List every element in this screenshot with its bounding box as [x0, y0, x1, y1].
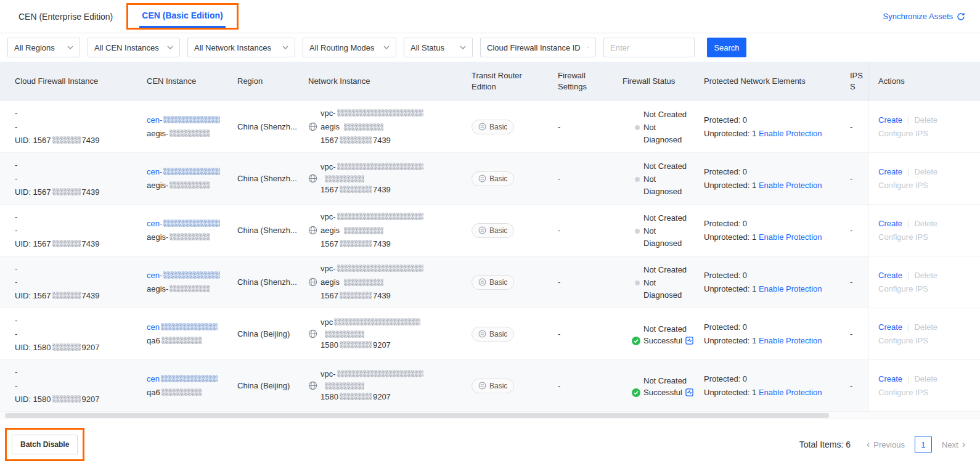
enable-protection-link[interactable]: Enable Protection: [759, 181, 822, 190]
cell-firewall-status: Not Created Not Diagnosed Not Diagnosed: [616, 256, 696, 308]
configure-ips-action[interactable]: Configure IPS: [878, 232, 928, 242]
redacted-text: [340, 393, 372, 400]
cell-protected-network-elements: Protected: 0 Unprotected: 1 Enable Prote…: [696, 101, 841, 152]
tab-cen-basic[interactable]: CEN (Basic Edition): [139, 10, 225, 28]
cen-instance-name: aegis-: [147, 179, 227, 192]
cfw-uid: UID: 15677439: [15, 134, 134, 147]
cell-transit-router-edition: Basic: [465, 256, 555, 308]
diagnosis-report-icon[interactable]: [685, 388, 693, 396]
total-items: Total Items: 6: [799, 440, 851, 449]
diagnosis-report-icon[interactable]: [685, 337, 693, 345]
previous-page-button[interactable]: ‹ Previous: [867, 440, 905, 449]
delete-action[interactable]: Delete: [914, 374, 937, 383]
synchronize-assets-label: Synchronize Assets: [883, 12, 953, 21]
create-action[interactable]: Create: [878, 219, 902, 228]
dropdown-label: All Network Instances: [194, 43, 271, 52]
horizontal-scrollbar[interactable]: [0, 412, 980, 419]
current-page[interactable]: 1: [915, 436, 932, 453]
synchronize-assets-link[interactable]: Synchronize Assets: [883, 12, 965, 21]
cen-instance-link[interactable]: cen: [147, 374, 219, 383]
redacted-text: [52, 292, 81, 299]
cell-cen-instance: cen qa6: [142, 308, 234, 359]
enable-protection-link[interactable]: Enable Protection: [759, 232, 822, 242]
action-divider: |: [907, 115, 909, 125]
redacted-text: [337, 163, 423, 170]
redacted-text: [161, 388, 202, 396]
tab-cen-enterprise[interactable]: CEN (Enterprise Edition): [18, 12, 113, 22]
delete-action[interactable]: Delete: [914, 271, 937, 280]
filter-dropdown-status[interactable]: All Status: [404, 38, 473, 57]
cell-cen-instance: cen- aegis-: [142, 153, 234, 204]
cell-cloud-firewall-instance: - - UID: 15677439: [0, 205, 142, 256]
unprotected-count: Unprotected: 1: [704, 284, 756, 293]
region-label: China (Beijing): [237, 327, 298, 341]
cfw-line: -: [15, 366, 134, 379]
edition-icon: [478, 382, 486, 390]
filter-dropdown-regions[interactable]: All Regions: [7, 38, 80, 57]
next-page-button[interactable]: Next ›: [942, 440, 965, 449]
protected-count: Protected: 0: [704, 269, 834, 282]
enable-protection-link[interactable]: Enable Protection: [759, 284, 822, 293]
cen-instance-link[interactable]: cen-: [147, 219, 221, 228]
cfw-line: -: [15, 210, 134, 224]
delete-action[interactable]: Delete: [914, 167, 937, 176]
network-uid: 15677439: [308, 289, 458, 303]
scrollbar-thumb[interactable]: [5, 413, 829, 418]
cen-instance-link[interactable]: cen-: [147, 167, 221, 176]
redacted-text: [163, 116, 220, 123]
cen-instance-link[interactable]: cen: [147, 322, 219, 332]
table-row: - - UID: 15677439 cen- aegis- China (She…: [0, 205, 980, 256]
filter-dropdown-network-instances[interactable]: All Network Instances: [187, 38, 295, 57]
delete-action[interactable]: Delete: [914, 322, 937, 332]
vpc-id: vpc-: [308, 160, 458, 174]
table-row: - - UID: 15677439 cen- aegis- China (She…: [0, 256, 980, 308]
filter-dropdown-cen-instances[interactable]: All CEN Instances: [88, 38, 180, 57]
create-action[interactable]: Create: [878, 167, 902, 176]
create-action[interactable]: Create: [878, 271, 902, 280]
configure-ips-action[interactable]: Configure IPS: [878, 129, 928, 138]
create-action[interactable]: Create: [878, 115, 902, 125]
cfw-uid: UID: 15677439: [15, 186, 134, 199]
configure-ips-action[interactable]: Configure IPS: [878, 284, 928, 293]
dropdown-label: All Status: [410, 43, 444, 52]
enable-protection-link[interactable]: Enable Protection: [759, 129, 822, 138]
cen-instance-link[interactable]: cen-: [147, 115, 221, 125]
filter-dropdown-routing-modes[interactable]: All Routing Modes: [303, 38, 396, 57]
cloud-firewall-cen-page: CEN (Enterprise Edition) CEN (Basic Edit…: [0, 0, 980, 470]
redacted-text: [325, 382, 364, 390]
unprotected-count: Unprotected: 1: [704, 129, 756, 138]
enable-protection-link[interactable]: Enable Protection: [759, 336, 822, 345]
delete-action[interactable]: Delete: [914, 115, 937, 125]
cell-actions: Create|Delete Configure IPS: [868, 205, 980, 256]
configure-ips-action[interactable]: Configure IPS: [878, 181, 928, 190]
cen-instance-link[interactable]: cen-: [147, 271, 221, 280]
tabs: CEN (Enterprise Edition) CEN (Basic Edit…: [18, 3, 239, 30]
cell-cen-instance: cen- aegis-: [142, 256, 234, 308]
redacted-text: [161, 337, 202, 344]
redacted-text: [344, 227, 383, 234]
region-label: China (Shenzh...: [237, 172, 298, 186]
vpc-id: vpc-: [308, 367, 458, 381]
transit-router-edition-badge: Basic: [472, 379, 514, 393]
action-divider: |: [907, 167, 909, 176]
cell-ips-status: -: [841, 101, 868, 152]
status-not-created: Not Created: [643, 160, 696, 173]
search-button[interactable]: Search: [707, 38, 746, 57]
batch-disable-button[interactable]: Batch Disable: [12, 435, 78, 454]
filter-dropdown-search-field[interactable]: Cloud Firewall Instance ID: [480, 38, 596, 57]
enable-protection-link[interactable]: Enable Protection: [759, 388, 822, 397]
create-action[interactable]: Create: [878, 374, 902, 383]
vpc-id: vpc-: [308, 262, 458, 276]
vpc-globe-icon: [308, 174, 317, 183]
protected-count: Protected: 0: [704, 165, 834, 179]
cfw-line: -: [15, 327, 134, 341]
unprotected-count: Unprotected: 1: [704, 181, 756, 190]
configure-ips-action[interactable]: Configure IPS: [878, 336, 928, 345]
search-value-input[interactable]: [603, 38, 695, 57]
delete-action[interactable]: Delete: [914, 219, 937, 228]
cell-firewall-status: Not Created Successful Successful: [616, 360, 696, 411]
create-action[interactable]: Create: [878, 322, 902, 332]
configure-ips-action[interactable]: Configure IPS: [878, 388, 928, 397]
cell-transit-router-edition: Basic: [465, 360, 555, 411]
protected-count: Protected: 0: [704, 372, 834, 386]
